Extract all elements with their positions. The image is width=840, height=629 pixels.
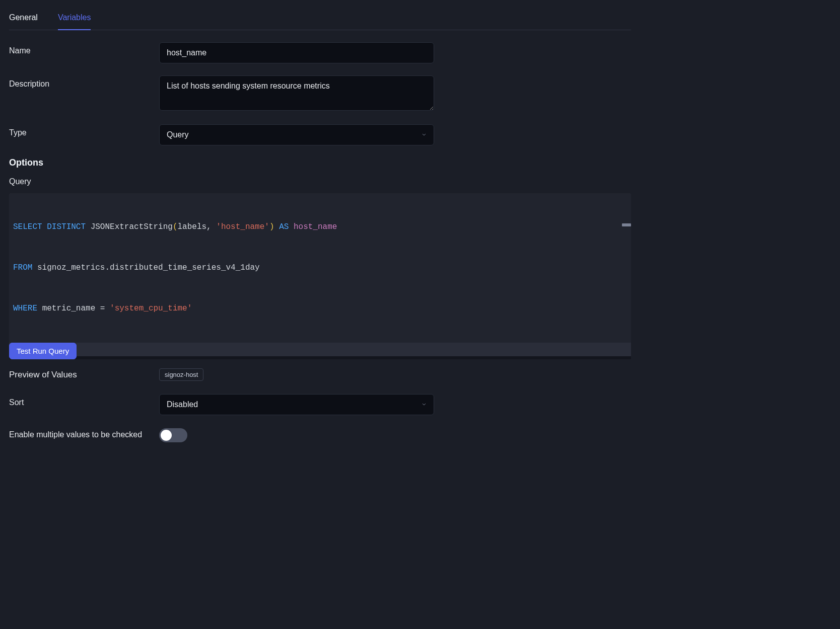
query-label: Query xyxy=(9,177,631,186)
name-input[interactable] xyxy=(159,42,434,63)
sort-label: Sort xyxy=(9,394,159,407)
type-select[interactable]: Query xyxy=(159,124,434,145)
preview-value-tag: signoz-host xyxy=(159,368,203,381)
preview-label: Preview of Values xyxy=(9,370,159,380)
tab-bar: General Variables xyxy=(9,9,631,30)
type-select-value: Query xyxy=(167,130,189,139)
multi-values-toggle[interactable] xyxy=(159,428,187,442)
description-label: Description xyxy=(9,75,159,89)
tab-general[interactable]: General xyxy=(9,9,38,30)
toggle-knob xyxy=(161,430,172,441)
name-label: Name xyxy=(9,42,159,55)
scrollbar-marker xyxy=(622,223,631,226)
test-run-query-button[interactable]: Test Run Query xyxy=(9,343,77,359)
query-editor[interactable]: SELECT DISTINCT JSONExtractString(labels… xyxy=(9,193,631,359)
type-label: Type xyxy=(9,124,159,137)
sort-select-value: Disabled xyxy=(167,400,198,409)
options-heading: Options xyxy=(9,158,631,168)
editor-active-line xyxy=(9,343,631,356)
multi-values-label: Enable multiple values to be checked xyxy=(9,428,159,441)
tab-variables[interactable]: Variables xyxy=(58,9,91,30)
description-input[interactable]: List of hosts sending system resource me… xyxy=(159,75,434,111)
preview-values: signoz-host xyxy=(159,368,203,381)
sort-select[interactable]: Disabled xyxy=(159,394,434,415)
